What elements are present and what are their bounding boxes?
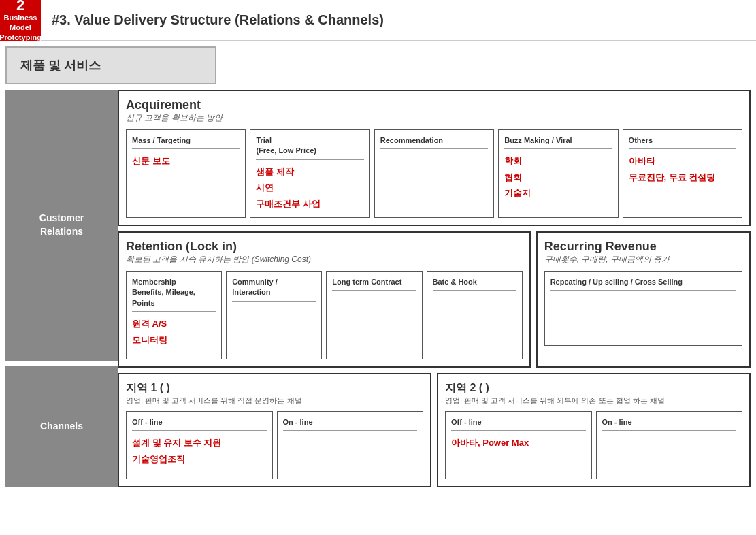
acquirement-section: Acquirement 신규 고객을 확보하는 방안 Mass / Target… [118, 90, 751, 226]
badge: 2 Business Model Prototyping [0, 0, 41, 41]
region2-offline-cell: Off - line 아바타, Power Max [445, 411, 592, 479]
region1-grid: Off - line 설계 및 유지 보수 지원 기술영업조직 On - lin… [126, 411, 423, 479]
header: 2 Business Model Prototyping #3. Value D… [0, 0, 756, 41]
left-labels: Customer Relations Channels [5, 90, 118, 487]
region1-online-cell: On - line [277, 411, 424, 479]
acq-cell-2: Recommendation [374, 129, 494, 218]
recurring-section: Recurring Revenue 구매횟수, 구매량, 구매금액의 증가 Re… [536, 231, 751, 368]
ret-header-1: Community / Interaction [232, 277, 316, 302]
ret-header-2: Long term Contract [332, 277, 416, 291]
ret-cell-2: Long term Contract [326, 271, 422, 359]
region2-online-header: On - line [602, 417, 737, 431]
ret-header-0: Membership Benefits, Mileage, Points [132, 277, 216, 312]
ret-cell-3: Bate & Hook [427, 271, 523, 359]
region2-offline-content: 아바타, Power Max [451, 435, 586, 451]
badge-line3: Prototyping [0, 33, 42, 42]
product-bar: 제품 및 서비스 [5, 46, 216, 84]
region1-subtitle: 영업, 판매 및 고객 서비스를 위해 직접 운영하는 채널 [126, 395, 423, 406]
region2-subtitle: 영업, 판매 및 고객 서비스를 위해 외부에 의존 또는 협업 하는 채널 [445, 395, 742, 406]
acq-header-1: Trial (Free, Low Price) [256, 135, 363, 160]
acquirement-subtitle: 신규 고객을 확보하는 방안 [126, 112, 742, 124]
content-area: Acquirement 신규 고객을 확보하는 방안 Mass / Target… [118, 90, 751, 487]
retention-recurring-row: Retention (Lock in) 확보된 고객을 지속 유지하는 방안 (… [118, 231, 751, 368]
acq-content-1: 샘플 제작 시연 구매조건부 사업 [256, 164, 363, 212]
retention-title: Retention (Lock in) [126, 240, 523, 254]
channel-region2: 지역 2 ( ) 영업, 판매 및 고객 서비스를 위해 외부에 의존 또는 협… [437, 373, 751, 487]
customer-relations-label: Customer Relations [5, 90, 118, 361]
ret-content-0: 원격 A/S 모니터링 [132, 316, 216, 348]
region2-offline-header: Off - line [451, 417, 586, 431]
acq-header-0: Mass / Targeting [132, 135, 240, 149]
page-title: #3. Value Delivery Structure (Relations … [52, 12, 384, 28]
region1-offline-content: 설계 및 유지 보수 지원 기술영업조직 [132, 435, 267, 467]
acq-header-4: Others [629, 135, 736, 149]
acq-content-3: 학회 협회 기술지 [504, 153, 612, 201]
region2-grid: Off - line 아바타, Power Max On - line [445, 411, 742, 479]
ret-header-3: Bate & Hook [433, 277, 516, 291]
region1-offline-cell: Off - line 설계 및 유지 보수 지원 기술영업조직 [126, 411, 273, 479]
acq-content-0: 신문 보도 [132, 153, 240, 169]
region1-title: 지역 1 ( ) [126, 381, 423, 395]
recurring-cell: Repeating / Up selling / Cross Selling [544, 271, 742, 346]
region1-offline-header: Off - line [132, 417, 267, 431]
ret-cell-0: Membership Benefits, Mileage, Points 원격 … [126, 271, 222, 359]
recurring-subtitle: 구매횟수, 구매량, 구매금액의 증가 [544, 254, 742, 265]
channels-row: 지역 1 ( ) 영업, 판매 및 고객 서비스를 위해 직접 운영하는 채널 … [118, 373, 751, 487]
channels-label: Channels [5, 366, 118, 487]
acq-content-4: 아바타 무료진단, 무료 컨설팅 [629, 153, 736, 185]
ret-cell-1: Community / Interaction [226, 271, 322, 359]
badge-line2: Model [10, 22, 31, 32]
region2-title: 지역 2 ( ) [445, 381, 742, 395]
recurring-cell-header: Repeating / Up selling / Cross Selling [550, 277, 736, 291]
acq-header-3: Buzz Making / Viral [504, 135, 612, 149]
acquirement-grid: Mass / Targeting 신문 보도 Trial (Free, Low … [126, 129, 742, 218]
retention-grid: Membership Benefits, Mileage, Points 원격 … [126, 271, 523, 359]
acquirement-title: Acquirement [126, 98, 742, 112]
acq-cell-1: Trial (Free, Low Price) 샘플 제작 시연 구매조건부 사… [250, 129, 369, 218]
acq-cell-0: Mass / Targeting 신문 보도 [126, 129, 246, 218]
channel-region1: 지역 1 ( ) 영업, 판매 및 고객 서비스를 위해 직접 운영하는 채널 … [118, 373, 431, 487]
retention-section: Retention (Lock in) 확보된 고객을 지속 유지하는 방안 (… [118, 231, 531, 368]
acq-cell-3: Buzz Making / Viral 학회 협회 기술지 [498, 129, 618, 218]
badge-number: 2 [16, 0, 24, 13]
badge-line1: Business [4, 13, 37, 22]
acq-header-2: Recommendation [380, 135, 488, 149]
acq-cell-4: Others 아바타 무료진단, 무료 컨설팅 [623, 129, 742, 218]
region1-online-header: On - line [283, 417, 418, 431]
retention-subtitle: 확보된 고객을 지속 유지하는 방안 (Switching Cost) [126, 254, 523, 265]
region2-online-cell: On - line [596, 411, 743, 479]
main-grid: Customer Relations Channels Acquirement … [5, 90, 751, 487]
recurring-title: Recurring Revenue [544, 240, 742, 254]
